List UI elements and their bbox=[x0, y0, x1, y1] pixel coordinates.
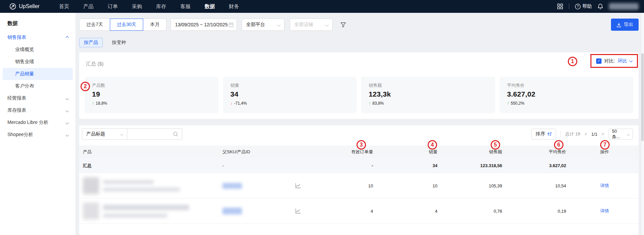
date-range-picker[interactable]: 13/09/2025 ~ 12/10/2025 bbox=[171, 19, 237, 31]
column-header-product[interactable]: 产品 bbox=[83, 149, 222, 155]
sidebar: 数据 销售报表 业绩概览 销售业绩 产品销量 客户分布 经营报表 库存报表 Me… bbox=[0, 13, 76, 235]
details-link[interactable]: 详情 bbox=[600, 183, 609, 188]
column-header-qty[interactable]: 销量 bbox=[373, 149, 437, 155]
annotation-circle-6: 6 bbox=[554, 140, 563, 150]
chevron-down-icon bbox=[120, 132, 124, 136]
column-header-actions[interactable]: 操作 bbox=[566, 149, 639, 155]
sidebar-group-operations-reports[interactable]: 经营报表 bbox=[0, 92, 75, 104]
compare-mode-select[interactable]: 环比 bbox=[618, 58, 627, 64]
kpi-delta-value: 83,8% bbox=[372, 101, 384, 106]
shop-placeholder: 全部店铺 bbox=[294, 22, 313, 28]
range-last30days-button[interactable]: 过去30天 bbox=[110, 19, 144, 31]
product-cell-blurred[interactable] bbox=[83, 203, 222, 219]
notification-bell-icon[interactable] bbox=[597, 3, 603, 9]
vertical-scrollbar[interactable] bbox=[641, 13, 644, 235]
product-title-blurred bbox=[103, 205, 189, 218]
nav-item-finance[interactable]: 财务 bbox=[229, 3, 239, 10]
column-header-sku[interactable]: 父SKU/产品ID bbox=[222, 149, 295, 155]
sidebar-item-performance-overview[interactable]: 业绩概览 bbox=[3, 44, 73, 56]
summary-row-qty: 34 bbox=[373, 163, 437, 168]
cell-revenue: 0,76 bbox=[437, 209, 502, 214]
sidebar-group-shopee-analysis[interactable]: Shopee分析 bbox=[0, 129, 75, 141]
trend-chart-icon[interactable] bbox=[295, 183, 305, 189]
cell-revenue: 105,39 bbox=[437, 183, 502, 188]
annotation-circle-2: 2 bbox=[81, 82, 90, 91]
column-header-revenue[interactable]: 销售额 bbox=[437, 149, 502, 155]
sidebar-group-label: Mercado Libre 分析 bbox=[7, 120, 48, 126]
search-field-value: 产品标题 bbox=[86, 131, 105, 137]
page-indicator: 1/1 bbox=[591, 132, 597, 137]
nav-item-products[interactable]: 产品 bbox=[83, 3, 93, 10]
scrollbar-thumb[interactable] bbox=[641, 53, 644, 141]
product-thumbnail-blurred bbox=[83, 203, 99, 219]
prev-page-icon[interactable]: < bbox=[585, 131, 587, 137]
range-last7days-button[interactable]: 过去7天 bbox=[79, 19, 110, 31]
sidebar-item-sales-performance[interactable]: 销售业绩 bbox=[3, 56, 73, 68]
cell-orders: 10 bbox=[305, 183, 373, 188]
sidebar-group-mercadolibre-analysis[interactable]: Mercado Libre 分析 bbox=[0, 116, 75, 129]
nav-item-data[interactable]: 数据 bbox=[205, 3, 215, 10]
kpi-delta-value: -71,4% bbox=[234, 101, 247, 106]
details-link[interactable]: 详情 bbox=[600, 208, 609, 213]
nav-item-home[interactable]: 首页 bbox=[59, 3, 69, 10]
sidebar-item-customer-distribution[interactable]: 客户分布 bbox=[3, 80, 73, 92]
table-summary-row: 汇总 - - 34 123.318,56 3.627,02 bbox=[79, 158, 639, 173]
export-button[interactable]: 导出 bbox=[611, 19, 639, 31]
help-button[interactable]: ? 帮助 bbox=[575, 3, 592, 9]
divider bbox=[560, 131, 561, 137]
kpi-delta-value: 18,8% bbox=[96, 101, 107, 106]
sort-button[interactable]: 排序 bbox=[531, 129, 556, 139]
cell-avg-price: 10,54 bbox=[502, 183, 566, 188]
trend-arrow-icon: ↑ bbox=[369, 101, 371, 106]
trend-chart-icon[interactable] bbox=[295, 208, 305, 214]
apps-grid-icon[interactable] bbox=[557, 3, 563, 9]
page-size-select[interactable]: 50条... bbox=[609, 129, 633, 139]
sku-link-blurred[interactable] bbox=[222, 208, 242, 214]
search-input[interactable] bbox=[127, 128, 182, 140]
user-account-blurred[interactable] bbox=[609, 3, 639, 10]
tab-by-variant[interactable]: 按变种 bbox=[108, 38, 130, 47]
shop-select[interactable]: 全部店铺 bbox=[290, 19, 333, 31]
nav-item-orders[interactable]: 订单 bbox=[108, 3, 118, 10]
product-cell-blurred[interactable] bbox=[83, 177, 222, 194]
sidebar-group-inventory-reports[interactable]: 库存报表 bbox=[0, 104, 75, 116]
date-range-value: 13/09/2025 ~ 12/10/2025 bbox=[175, 22, 227, 27]
annotation-circle-7: 7 bbox=[600, 140, 610, 150]
trend-arrow-icon: ↑ bbox=[507, 101, 509, 106]
column-header-valid-orders[interactable]: 有效订单量 bbox=[305, 149, 373, 155]
compare-checkbox[interactable]: ✓ bbox=[596, 58, 602, 64]
view-tabs: 按产品 按变种 bbox=[79, 38, 639, 47]
brand-name: UpSeller bbox=[19, 3, 39, 9]
kpi-delta-value: 550,2% bbox=[511, 101, 525, 106]
kpi-label: 销售额 bbox=[369, 82, 488, 88]
chevron-down-icon bbox=[326, 23, 329, 26]
sidebar-item-product-sales[interactable]: 产品销量 bbox=[3, 68, 73, 80]
sku-link-blurred[interactable] bbox=[222, 183, 242, 189]
summary-panel: 汇总 ($) 1 ✓ 对比: 环比 2 产品数 19 ↑18,8% 销量 34 … bbox=[79, 52, 639, 119]
brand-logo[interactable]: UpSeller bbox=[9, 3, 39, 10]
next-page-icon[interactable]: > bbox=[602, 131, 604, 137]
filter-funnel-icon[interactable] bbox=[340, 22, 346, 28]
nav-item-inventory[interactable]: 库存 bbox=[156, 3, 166, 10]
nav-item-purchasing[interactable]: 采购 bbox=[132, 3, 142, 10]
column-header-avg-price[interactable]: 平均售价 bbox=[502, 149, 566, 155]
nav-item-service[interactable]: 客服 bbox=[180, 3, 190, 10]
annotation-circle-3: 3 bbox=[357, 140, 366, 150]
total-count-label: 总计 19 bbox=[565, 131, 580, 137]
sku-cell bbox=[222, 208, 295, 214]
kpi-delta: ↑83,8% bbox=[369, 101, 488, 106]
search-field-select[interactable]: 产品标题 bbox=[82, 128, 127, 140]
download-icon bbox=[616, 22, 621, 27]
export-label: 导出 bbox=[624, 22, 633, 28]
filter-bar: 过去7天 过去30天 本月 13/09/2025 ~ 12/10/2025 全部… bbox=[79, 19, 639, 31]
calendar-icon bbox=[228, 22, 234, 27]
pagination: < 1/1 > bbox=[585, 131, 604, 137]
platform-select[interactable]: 全部平台 bbox=[242, 19, 284, 31]
sidebar-group-label: 销售报表 bbox=[7, 34, 26, 41]
tab-by-product[interactable]: 按产品 bbox=[79, 38, 103, 47]
range-thismonth-button[interactable]: 本月 bbox=[143, 19, 166, 31]
kpi-card-sales-qty: 销量 34 ↓-71,4% bbox=[223, 77, 357, 113]
trend-arrow-icon: ↑ bbox=[92, 101, 94, 106]
sidebar-group-sales-reports[interactable]: 销售报表 bbox=[0, 31, 75, 44]
cell-qty: 4 bbox=[373, 209, 437, 214]
